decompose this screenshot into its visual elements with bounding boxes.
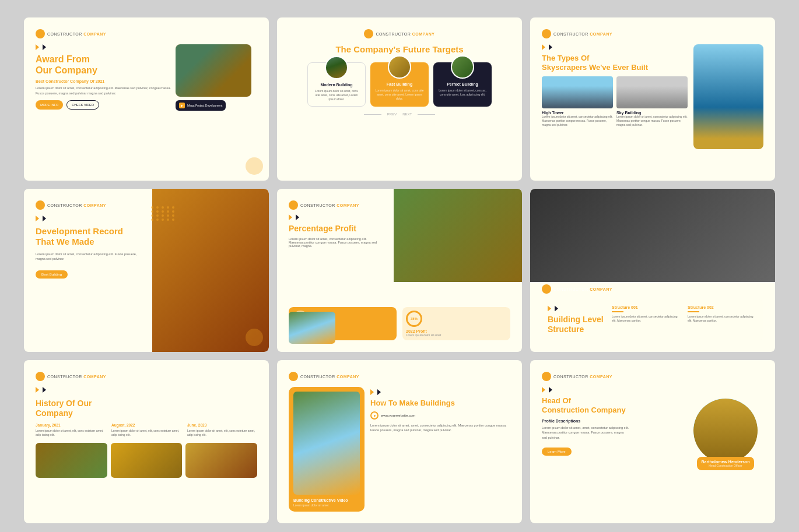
- skycard-title-2: Sky Building: [616, 111, 688, 115]
- slide-grid: CONSTRUCTOR COMPANY Award From Our Compa…: [24, 17, 775, 523]
- profit-sub-2: Lorem ipsum dolor sit amet: [406, 333, 507, 337]
- slide-6-bottom: Building Level Structure Structure 001 L…: [542, 300, 763, 340]
- double-chevron-4: [36, 216, 257, 221]
- target-card-1: Modern Building Lorem ipsum dolor sit am…: [307, 62, 366, 107]
- brand-text-1: CONSTRUCTOR COMPANY: [47, 32, 106, 36]
- skycard-title-1: High Tower: [542, 111, 613, 115]
- skyscraper-cards: High Tower Lorem ipsum dolor sit amet, c…: [542, 76, 688, 127]
- skycard-img-1: [542, 76, 613, 108]
- skycard-img-2: [616, 76, 688, 108]
- nav-line-prev: [364, 114, 381, 115]
- slide-1-title: Award From Our Company: [36, 54, 176, 76]
- slide-7: CONSTRUCTOR COMPANY History Of Our Compa…: [24, 360, 269, 523]
- nav-next[interactable]: NEXT: [402, 112, 412, 116]
- slide-3-left: The Types Of Skyscrapers We've Ever Buil…: [542, 44, 688, 149]
- profile-label: Profile Descriptions: [542, 419, 682, 423]
- slide-1-btn2[interactable]: CHECK VIDEO: [66, 100, 99, 110]
- history-photo-3: [185, 443, 257, 478]
- slide-1-subtitle: Best Constructor Company Of 2021: [36, 79, 176, 83]
- learn-btn[interactable]: Learn More: [542, 448, 572, 456]
- name-tag: Bartholomew Henderson Head Construction …: [697, 457, 755, 470]
- skycard-text-1: Lorem ipsum dolor sit amet, consectetur …: [542, 115, 613, 127]
- nav-line-next: [418, 114, 435, 115]
- slide-4-tag[interactable]: Best Building: [36, 270, 68, 279]
- slide-8-title: How To Make Buildings: [370, 399, 510, 408]
- timeline-text-1: Lorem ipsum dolor sit amet, elit, cons e…: [36, 429, 106, 437]
- struct-line-2: [688, 311, 699, 312]
- slide-8-inner: Building Constructive Video Lorem ipsum …: [289, 387, 510, 512]
- workers-image-1: [176, 44, 251, 97]
- profit-title-2: 2022 Profit: [406, 329, 507, 333]
- profit-card-2: 38% 2022 Profit Lorem ipsum dolor sit am…: [402, 307, 510, 340]
- timeline-date-2: August, 2022: [111, 423, 181, 427]
- slide-4-body: Lorem ipsum dolor sit amet, consectetur …: [36, 252, 141, 262]
- brand-icon-1: [36, 29, 45, 38]
- brand-text-8: CONSTRUCTOR COMPANY: [300, 375, 359, 379]
- slide-5-content: CONSTRUCTOR COMPANY Percentage Profit Lo…: [277, 189, 522, 352]
- brand-row-1: CONSTRUCTOR COMPANY: [36, 29, 257, 38]
- slide-1-body: Lorem ipsum dolor sit amet, consectetur …: [36, 86, 176, 96]
- slide-3-title: The Types Of Skyscrapers We've Ever Buil…: [542, 54, 688, 72]
- brand-icon-4: [36, 200, 45, 210]
- brand-icon-3: [542, 29, 551, 38]
- slide-2-title: The Company's Future Targets: [335, 44, 463, 54]
- video-label-1: Mega Project Development: [187, 104, 222, 107]
- slide-1-right: Mega Project Development: [176, 44, 257, 111]
- profit-circle-2: 38%: [406, 311, 422, 327]
- slide-6-content: CONSTRUCTOR COMPANY Building Level Struc…: [530, 189, 775, 352]
- timeline-text-3: Lorem ipsum dolor sit amet, elit, cons e…: [187, 429, 257, 437]
- person-circle: [693, 399, 758, 463]
- slide-3: CONSTRUCTOR COMPANY The Types Of Skyscra…: [530, 17, 775, 181]
- slide-2: CONSTRUCTOR COMPANY The Company's Future…: [277, 17, 522, 181]
- struct-line-1: [612, 311, 623, 312]
- timeline-item-3: June, 2023 Lorem ipsum dolor sit amet, e…: [187, 423, 257, 437]
- corner-circle-4: [246, 329, 263, 346]
- crane-image: [693, 44, 763, 149]
- brand-row-8: CONSTRUCTOR COMPANY: [289, 372, 510, 381]
- slide-5-title: Percentage Profit: [289, 224, 510, 234]
- slide-8: CONSTRUCTOR COMPANY Building Constructiv…: [277, 360, 522, 523]
- slide-1: CONSTRUCTOR COMPANY Award From Our Compa…: [24, 17, 269, 181]
- brand-text-6: CONSTRUCTOR COMPANY: [553, 287, 612, 291]
- slide-1-photo: [176, 44, 251, 97]
- nav-prev[interactable]: PREV: [387, 112, 397, 116]
- brand-text-9: CONSTRUCTOR COMPANY: [553, 375, 612, 379]
- slide-8-right: How To Make Buildings www.yourwebsite.co…: [370, 387, 510, 512]
- slide-3-content: The Types Of Skyscrapers We've Ever Buil…: [542, 44, 763, 149]
- target-card-3: Perfect Building Lorem ipsum dolor sit a…: [433, 62, 492, 107]
- skycard-2: Sky Building Lorem ipsum dolor sit amet,…: [616, 76, 688, 127]
- slide-9-title: Head Of Construction Company: [542, 396, 682, 414]
- skycard-1: High Tower Lorem ipsum dolor sit amet, c…: [542, 76, 613, 127]
- slide-1-video-btn[interactable]: Mega Project Development: [176, 100, 226, 111]
- brand-text-3: CONSTRUCTOR COMPANY: [553, 32, 612, 36]
- video-title: Building Constructive Video: [293, 498, 360, 502]
- slide-5-body: Lorem ipsum dolor sit amet, consectetur …: [289, 237, 382, 248]
- slide-9-content: Head Of Construction Company Profile Des…: [542, 387, 763, 470]
- slide-6: CONSTRUCTOR COMPANY Building Level Struc…: [530, 189, 775, 352]
- corner-circle-1: [246, 157, 263, 175]
- history-photos: [36, 443, 257, 478]
- slide-9-right: Bartholomew Henderson Head Construction …: [688, 387, 763, 470]
- brand-text-4: CONSTRUCTOR COMPANY: [47, 203, 106, 207]
- play-btn-8[interactable]: [370, 411, 379, 420]
- brand-text-5: CONSTRUCTOR COMPANY: [300, 203, 359, 207]
- struct-title-1: Structure 001: [612, 305, 682, 309]
- slide-4-title: Development Record That We Made: [36, 226, 257, 247]
- brand-row-3: CONSTRUCTOR COMPANY: [542, 29, 763, 38]
- double-chevron-5: [289, 214, 510, 220]
- double-chevron-3: [542, 44, 688, 50]
- timeline-text-2: Lorem ipsum dolor sit amet, elit, cons e…: [111, 429, 181, 437]
- timeline-item-1: January, 2021 Lorem ipsum dolor sit amet…: [36, 423, 106, 437]
- slide-1-btn1[interactable]: MORE INFO: [36, 100, 63, 110]
- targets-row: Modern Building Lorem ipsum dolor sit am…: [289, 62, 510, 107]
- slide-9-body: Lorem ipsum dolor sit amet, amet, consec…: [542, 425, 629, 440]
- history-photo-1: [36, 443, 107, 478]
- target-card-2: Fast Building Lorem ipsum dolor sit amet…: [370, 62, 429, 107]
- brand-text-7: CONSTRUCTOR COMPANY: [47, 375, 106, 379]
- struct-col-2: Structure 002 Lorem ipsum dolor sit amet…: [688, 305, 758, 334]
- target-body-1: Lorem ipsum dolor sit amet, cons uite am…: [313, 89, 360, 101]
- double-chevron-9: [542, 387, 682, 393]
- target-title-3: Perfect Building: [438, 82, 487, 86]
- name-tag-sub: Head Construction Officer: [702, 464, 750, 467]
- slide-5: CONSTRUCTOR COMPANY Percentage Profit Lo…: [277, 189, 522, 352]
